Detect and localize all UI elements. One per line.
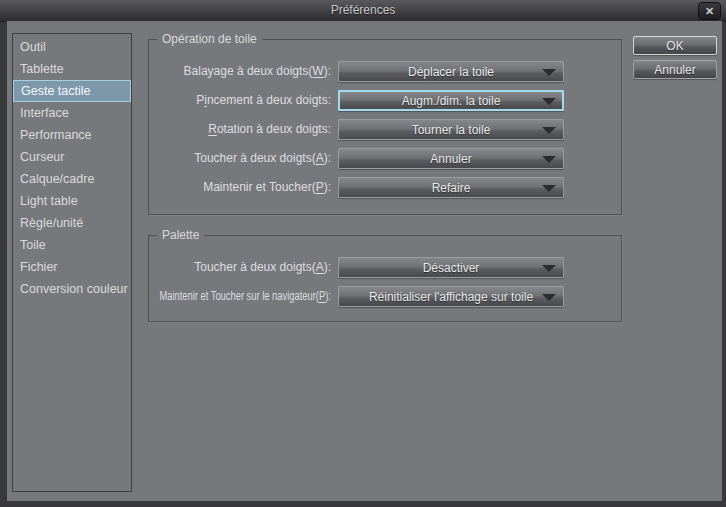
dropdown-tap-and-hold[interactable]: Refaire xyxy=(338,177,564,198)
sidebar-item-interface[interactable]: Interface xyxy=(13,102,131,124)
dropdown-arrow-icon xyxy=(542,294,556,301)
sidebar-item-conversion-couleur[interactable]: Conversion couleur xyxy=(13,278,131,300)
setting-row: Maintenir et Toucher sur le navigateur(P… xyxy=(149,286,621,307)
dropdown-value: Déplacer la toile xyxy=(408,65,494,79)
cancel-button[interactable]: Annuler xyxy=(633,60,717,79)
dropdown-value: Refaire xyxy=(432,181,471,195)
dropdown-arrow-icon xyxy=(542,156,556,163)
ok-button[interactable]: OK xyxy=(633,36,717,55)
sidebar-item-outil[interactable]: Outil xyxy=(13,36,131,58)
dropdown-value: Désactiver xyxy=(423,261,480,275)
title-bar: Préférences ✕ xyxy=(0,0,726,22)
category-list: Outil Tablette Geste tactile Interface P… xyxy=(12,33,132,492)
setting-row: Balayage à deux doigts(W): Déplacer la t… xyxy=(149,61,621,82)
close-button[interactable]: ✕ xyxy=(698,2,721,20)
dropdown-value: Tourner la toile xyxy=(412,123,491,137)
sidebar-item-calque-cadre[interactable]: Calque/cadre xyxy=(13,168,131,190)
sidebar-item-tablette[interactable]: Tablette xyxy=(13,58,131,80)
dialog-buttons: OK Annuler xyxy=(633,36,717,79)
dropdown-value: Augm./dim. la toile xyxy=(402,94,501,108)
group-title: Opération de toile xyxy=(157,32,262,46)
sidebar-item-curseur[interactable]: Curseur xyxy=(13,146,131,168)
sidebar-item-toile[interactable]: Toile xyxy=(13,234,131,256)
row-label: Balayage à deux doigts(W): xyxy=(149,61,338,82)
row-label: Pincement à deux doigts: xyxy=(149,90,338,111)
sidebar-item-light-table[interactable]: Light table xyxy=(13,190,131,212)
row-label: Toucher à deux doigts(A): xyxy=(149,148,338,169)
row-label: Rotation à deux doigts: xyxy=(149,119,338,140)
dialog-body: Outil Tablette Geste tactile Interface P… xyxy=(7,21,722,501)
setting-row: Pincement à deux doigts: Augm./dim. la t… xyxy=(149,90,621,111)
sidebar-item-geste-tactile[interactable]: Geste tactile xyxy=(13,80,131,102)
setting-row: Rotation à deux doigts: Tourner la toile xyxy=(149,119,621,140)
preferences-dialog: Préférences ✕ Outil Tablette Geste tacti… xyxy=(0,0,726,507)
dropdown-two-finger-rotate[interactable]: Tourner la toile xyxy=(338,119,564,140)
sidebar-item-regle-unite[interactable]: Règle/unité xyxy=(13,212,131,234)
sidebar-item-performance[interactable]: Performance xyxy=(13,124,131,146)
dropdown-value: Annuler xyxy=(430,152,471,166)
setting-row: Maintenir et Toucher(P): Refaire xyxy=(149,177,621,198)
dropdown-arrow-icon xyxy=(542,185,556,192)
dropdown-arrow-icon xyxy=(542,69,556,76)
close-icon: ✕ xyxy=(705,5,714,18)
dropdown-two-finger-swipe[interactable]: Déplacer la toile xyxy=(338,61,564,82)
group-palette: Palette Toucher à deux doigts(A): Désact… xyxy=(148,235,622,322)
group-title: Palette xyxy=(157,228,204,242)
setting-row: Toucher à deux doigts(A): Désactiver xyxy=(149,257,621,278)
dropdown-two-finger-tap[interactable]: Annuler xyxy=(338,148,564,169)
dropdown-palette-two-finger-tap[interactable]: Désactiver xyxy=(338,257,564,278)
dialog-title: Préférences xyxy=(0,0,726,21)
dropdown-arrow-icon xyxy=(542,98,556,105)
dropdown-arrow-icon xyxy=(542,265,556,272)
group-canvas-operation: Opération de toile Balayage à deux doigt… xyxy=(148,39,622,215)
dropdown-palette-tap-hold-navigator[interactable]: Réinitialiser l'affichage sur toile xyxy=(338,286,564,307)
row-label: Maintenir et Toucher(P): xyxy=(149,177,338,198)
dropdown-value: Réinitialiser l'affichage sur toile xyxy=(369,290,533,304)
sidebar-item-fichier[interactable]: Fichier xyxy=(13,256,131,278)
row-label: Toucher à deux doigts(A): xyxy=(149,257,338,278)
dropdown-two-finger-pinch[interactable]: Augm./dim. la toile xyxy=(338,90,564,111)
dropdown-arrow-icon xyxy=(542,127,556,134)
setting-row: Toucher à deux doigts(A): Annuler xyxy=(149,148,621,169)
row-label: Maintenir et Toucher sur le navigateur(P… xyxy=(149,286,338,307)
